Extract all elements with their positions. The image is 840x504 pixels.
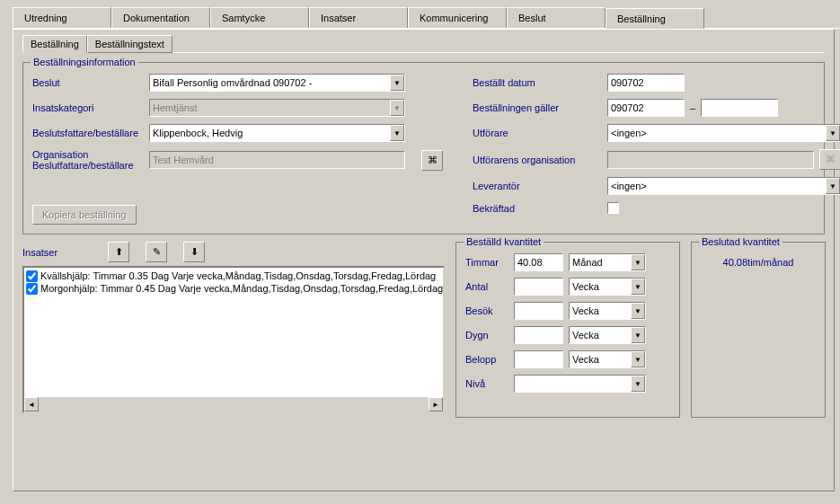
combo-value: Vecka <box>572 305 599 316</box>
combo-beslut-value: Bifall Personlig omvårdnad 090702 - <box>153 77 312 88</box>
group-title: Beställningsinformation <box>31 57 138 67</box>
tab-utredning[interactable]: Utredning <box>13 7 111 28</box>
add-icon: ⬆ <box>115 246 123 258</box>
field-galler-from[interactable] <box>607 99 685 117</box>
scroll-right-icon[interactable]: ► <box>429 397 443 411</box>
sub-tab-strip: Beställning Beställningstext <box>22 35 825 53</box>
beslutad-kvantitet-value: 40.08tim/månad <box>701 257 816 268</box>
chevron-down-icon: ▼ <box>390 125 404 141</box>
label-insatser: Insatser <box>22 247 57 258</box>
tab-bestallning[interactable]: Beställning <box>606 8 704 29</box>
combo-beslut[interactable]: Bifall Personlig omvårdnad 090702 - ▼ <box>149 74 405 92</box>
insatser-edit-button[interactable]: ✎ <box>146 242 167 262</box>
field-utforarens-org <box>607 151 814 169</box>
combo-insatskategori-value: Hemtjänst <box>153 102 198 113</box>
chevron-down-icon: ▼ <box>631 376 645 392</box>
combo-antal-unit[interactable]: Vecka ▼ <box>569 278 646 296</box>
list-item-text: Kvällshjälp: Timmar 0.35 Dag Varje vecka… <box>40 270 436 282</box>
combo-value: Vecka <box>572 281 599 292</box>
date-range-dash: – <box>690 102 695 113</box>
label-utforare: Utförare <box>473 128 607 138</box>
label-beslut: Beslut <box>32 77 149 88</box>
combo-value: Vecka <box>572 330 599 340</box>
content-panel: Beställning Beställningstext Beställning… <box>13 29 835 491</box>
group-bestalld-kvantitet: Beställd kvantitet Timmar Månad ▼ Antal … <box>455 242 680 418</box>
subtab-bestallning[interactable]: Beställning <box>22 35 87 53</box>
label-leverantor: Leverantör <box>473 181 607 191</box>
tab-kommunicering[interactable]: Kommunicering <box>408 7 507 28</box>
label-niva: Nivå <box>465 378 508 389</box>
field-galler-to[interactable] <box>701 99 778 117</box>
checkbox-bekraftad[interactable] <box>607 202 619 214</box>
list-item[interactable]: Kvällshjälp: Timmar 0.35 Dag Varje vecka… <box>26 270 441 282</box>
main-tab-strip: Utredning Dokumentation Samtycke Insatse… <box>13 7 840 29</box>
label-antal: Antal <box>465 281 508 292</box>
label-bekraftad: Bekräftad <box>473 203 607 214</box>
combo-dygn-unit[interactable]: Vecka ▼ <box>569 326 646 344</box>
combo-insatskategori: Hemtjänst ▼ <box>149 99 405 117</box>
combo-value: Vecka <box>572 354 599 365</box>
combo-leverantor-value: <ingen> <box>611 181 647 191</box>
combo-belopp-unit[interactable]: Vecka ▼ <box>569 350 646 368</box>
chevron-down-icon: ▼ <box>631 279 645 295</box>
hierarchy-icon: ⌘ <box>826 154 836 165</box>
edit-icon: ✎ <box>153 246 161 258</box>
label-organisation: OrganisationBeslutfattare/beställare <box>32 149 149 171</box>
combo-utforare-value: <ingen> <box>611 128 647 138</box>
group-beslutad-kvantitet: Beslutad kvantitet 40.08tim/månad <box>691 242 826 418</box>
list-item-checkbox[interactable] <box>26 283 38 295</box>
field-besok[interactable] <box>514 302 563 320</box>
label-dygn: Dygn <box>465 330 508 340</box>
combo-beslutsfattare[interactable]: Klippenbock, Hedvig ▼ <box>149 124 405 142</box>
subtab-bestallningstext[interactable]: Beställningstext <box>87 35 172 53</box>
combo-niva[interactable]: ▼ <box>514 375 646 393</box>
tab-samtycke[interactable]: Samtycke <box>210 7 309 28</box>
field-bestallt-datum[interactable] <box>607 74 685 92</box>
group-title: Beställd kvantitet <box>464 236 544 247</box>
tab-dokumentation[interactable]: Dokumentation <box>111 7 210 28</box>
combo-timmar-unit[interactable]: Månad ▼ <box>569 253 646 271</box>
label-bestallningen-galler: Beställningen gäller <box>473 102 607 113</box>
field-antal[interactable] <box>514 278 563 296</box>
field-timmar[interactable] <box>514 253 563 271</box>
label-belopp: Belopp <box>465 354 508 365</box>
combo-besok-unit[interactable]: Vecka ▼ <box>569 302 646 320</box>
chevron-down-icon: ▼ <box>631 254 645 270</box>
insatser-add-button[interactable]: ⬆ <box>108 242 129 262</box>
list-item-checkbox[interactable] <box>26 270 38 282</box>
combo-value: Månad <box>572 257 603 268</box>
list-item[interactable]: Morgonhjälp: Timmar 0.45 Dag Varje vecka… <box>26 282 441 295</box>
remove-icon: ⬇ <box>190 246 199 258</box>
horizontal-scrollbar[interactable]: ◄ ► <box>24 397 443 411</box>
scroll-left-icon[interactable]: ◄ <box>24 397 39 411</box>
label-insatskategori: Insatskategori <box>32 102 149 113</box>
org-tree-button[interactable]: ⌘ <box>421 150 443 171</box>
hierarchy-icon: ⌘ <box>428 155 438 166</box>
utforare-org-tree-button: ⌘ <box>819 149 840 170</box>
label-timmar: Timmar <box>465 257 508 268</box>
chevron-down-icon: ▼ <box>390 100 404 116</box>
insatser-remove-button[interactable]: ⬇ <box>183 242 205 262</box>
combo-utforare[interactable]: <ingen> ▼ <box>607 124 840 142</box>
chevron-down-icon: ▼ <box>631 303 645 319</box>
label-besok: Besök <box>465 305 508 316</box>
list-item-text: Morgonhjälp: Timmar 0.45 Dag Varje vecka… <box>40 282 443 295</box>
combo-beslutsfattare-value: Klippenbock, Hedvig <box>153 128 243 138</box>
listbox-insatser[interactable]: Kvällshjälp: Timmar 0.35 Dag Varje vecka… <box>22 266 445 413</box>
label-beslutsfattare: Beslutsfattare/beställare <box>32 128 149 138</box>
chevron-down-icon: ▼ <box>631 327 645 343</box>
combo-leverantor[interactable]: <ingen> ▼ <box>607 177 840 195</box>
chevron-down-icon: ▼ <box>631 351 645 367</box>
field-organisation <box>149 151 405 169</box>
tab-beslut[interactable]: Beslut <box>507 7 606 28</box>
chevron-down-icon: ▼ <box>826 125 840 141</box>
group-title: Beslutad kvantitet <box>699 236 783 247</box>
chevron-down-icon: ▼ <box>826 178 840 194</box>
label-utforarens-org: Utförarens organisation <box>473 155 607 165</box>
label-bestallt-datum: Beställt datum <box>473 77 607 88</box>
tab-insatser[interactable]: Insatser <box>309 7 408 28</box>
chevron-down-icon: ▼ <box>390 75 404 91</box>
field-belopp[interactable] <box>514 350 563 368</box>
field-dygn[interactable] <box>514 326 563 344</box>
group-bestallningsinformation: Beställningsinformation Beslut Bifall Pe… <box>22 62 825 234</box>
